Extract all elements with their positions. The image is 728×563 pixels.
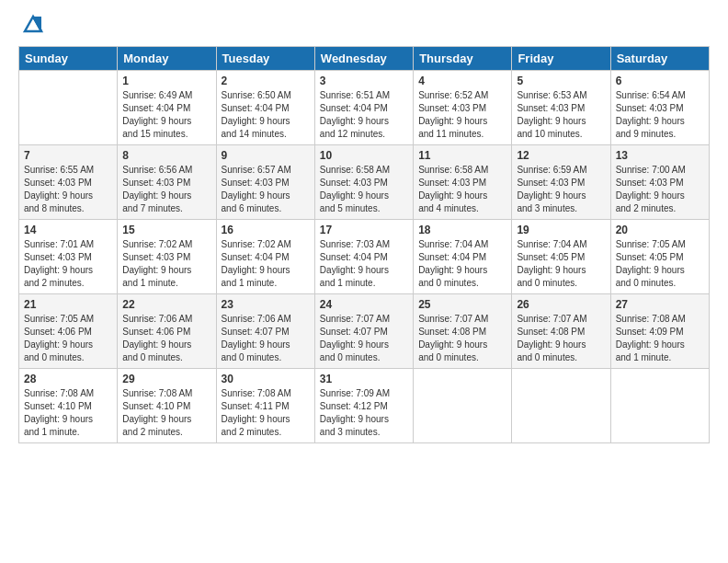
- weekday-header-row: SundayMondayTuesdayWednesdayThursdayFrid…: [19, 47, 710, 71]
- day-number: 12: [517, 149, 605, 162]
- day-cell: [19, 71, 118, 145]
- day-cell: 31Sunrise: 7:09 AM Sunset: 4:12 PM Dayli…: [314, 369, 413, 443]
- day-number: 1: [122, 75, 210, 87]
- day-number: 7: [24, 149, 112, 162]
- day-number: 14: [24, 224, 112, 236]
- day-number: 19: [517, 224, 605, 236]
- day-cell: 30Sunrise: 7:08 AM Sunset: 4:11 PM Dayli…: [216, 369, 314, 443]
- day-cell: 15Sunrise: 7:02 AM Sunset: 4:03 PM Dayli…: [118, 220, 216, 294]
- day-cell: 11Sunrise: 6:58 AM Sunset: 4:03 PM Dayli…: [414, 145, 512, 220]
- day-number: 20: [616, 224, 704, 236]
- day-number: 9: [222, 149, 310, 162]
- weekday-header-friday: Friday: [512, 47, 610, 71]
- day-number: 2: [222, 75, 310, 87]
- day-number: 6: [616, 75, 704, 87]
- day-cell: 27Sunrise: 7:08 AM Sunset: 4:09 PM Dayli…: [610, 294, 709, 369]
- header: [18, 15, 710, 37]
- day-info: Sunrise: 7:03 AM Sunset: 4:04 PM Dayligh…: [320, 238, 408, 290]
- day-info: Sunrise: 7:02 AM Sunset: 4:04 PM Dayligh…: [222, 238, 310, 290]
- day-info: Sunrise: 7:08 AM Sunset: 4:11 PM Dayligh…: [222, 387, 310, 439]
- day-cell: [610, 369, 709, 443]
- day-info: Sunrise: 7:07 AM Sunset: 4:07 PM Dayligh…: [320, 313, 408, 364]
- day-info: Sunrise: 6:52 AM Sunset: 4:03 PM Dayligh…: [418, 89, 506, 141]
- day-cell: 24Sunrise: 7:07 AM Sunset: 4:07 PM Dayli…: [314, 294, 413, 369]
- day-info: Sunrise: 7:08 AM Sunset: 4:09 PM Dayligh…: [616, 313, 704, 364]
- day-info: Sunrise: 7:09 AM Sunset: 4:12 PM Dayligh…: [320, 387, 408, 439]
- day-cell: 29Sunrise: 7:08 AM Sunset: 4:10 PM Dayli…: [118, 369, 216, 443]
- day-number: 3: [320, 75, 408, 87]
- day-number: 8: [122, 149, 210, 162]
- day-info: Sunrise: 6:54 AM Sunset: 4:03 PM Dayligh…: [616, 89, 704, 141]
- week-row-3: 14Sunrise: 7:01 AM Sunset: 4:03 PM Dayli…: [19, 220, 710, 294]
- day-cell: 6Sunrise: 6:54 AM Sunset: 4:03 PM Daylig…: [610, 71, 709, 145]
- day-number: 22: [122, 298, 210, 311]
- day-cell: 12Sunrise: 6:59 AM Sunset: 4:03 PM Dayli…: [512, 145, 610, 220]
- day-info: Sunrise: 6:57 AM Sunset: 4:03 PM Dayligh…: [222, 164, 310, 215]
- week-row-4: 21Sunrise: 7:05 AM Sunset: 4:06 PM Dayli…: [19, 294, 710, 369]
- day-cell: 8Sunrise: 6:56 AM Sunset: 4:03 PM Daylig…: [118, 145, 216, 220]
- day-info: Sunrise: 7:00 AM Sunset: 4:03 PM Dayligh…: [616, 164, 704, 215]
- day-info: Sunrise: 6:55 AM Sunset: 4:03 PM Dayligh…: [24, 164, 112, 215]
- day-number: 16: [222, 224, 310, 236]
- day-number: 30: [222, 373, 310, 385]
- day-info: Sunrise: 6:58 AM Sunset: 4:03 PM Dayligh…: [320, 164, 408, 215]
- day-number: 27: [616, 298, 704, 311]
- day-cell: 13Sunrise: 7:00 AM Sunset: 4:03 PM Dayli…: [610, 145, 709, 220]
- day-info: Sunrise: 6:50 AM Sunset: 4:04 PM Dayligh…: [222, 89, 310, 141]
- day-cell: 4Sunrise: 6:52 AM Sunset: 4:03 PM Daylig…: [414, 71, 512, 145]
- day-cell: 5Sunrise: 6:53 AM Sunset: 4:03 PM Daylig…: [512, 71, 610, 145]
- day-number: 4: [418, 75, 506, 87]
- logo: [18, 15, 45, 37]
- day-number: 31: [320, 373, 408, 385]
- day-info: Sunrise: 7:07 AM Sunset: 4:08 PM Dayligh…: [418, 313, 506, 364]
- weekday-header-monday: Monday: [118, 47, 216, 71]
- day-number: 17: [320, 224, 408, 236]
- week-row-2: 7Sunrise: 6:55 AM Sunset: 4:03 PM Daylig…: [19, 145, 710, 220]
- day-info: Sunrise: 7:04 AM Sunset: 4:04 PM Dayligh…: [418, 238, 506, 290]
- day-cell: 14Sunrise: 7:01 AM Sunset: 4:03 PM Dayli…: [19, 220, 118, 294]
- day-cell: 2Sunrise: 6:50 AM Sunset: 4:04 PM Daylig…: [216, 71, 314, 145]
- day-number: 11: [418, 149, 506, 162]
- week-row-5: 28Sunrise: 7:08 AM Sunset: 4:10 PM Dayli…: [19, 369, 710, 443]
- day-info: Sunrise: 7:08 AM Sunset: 4:10 PM Dayligh…: [24, 387, 112, 439]
- page: SundayMondayTuesdayWednesdayThursdayFrid…: [0, 0, 728, 563]
- day-number: 5: [517, 75, 605, 87]
- day-cell: 19Sunrise: 7:04 AM Sunset: 4:05 PM Dayli…: [512, 220, 610, 294]
- day-number: 25: [418, 298, 506, 311]
- day-number: 15: [122, 224, 210, 236]
- week-row-1: 1Sunrise: 6:49 AM Sunset: 4:04 PM Daylig…: [19, 71, 710, 145]
- day-number: 24: [320, 298, 408, 311]
- day-number: 26: [517, 298, 605, 311]
- day-number: 21: [24, 298, 112, 311]
- day-cell: 22Sunrise: 7:06 AM Sunset: 4:06 PM Dayli…: [118, 294, 216, 369]
- day-number: 28: [24, 373, 112, 385]
- day-cell: 16Sunrise: 7:02 AM Sunset: 4:04 PM Dayli…: [216, 220, 314, 294]
- weekday-header-thursday: Thursday: [414, 47, 512, 71]
- day-number: 18: [418, 224, 506, 236]
- day-info: Sunrise: 7:01 AM Sunset: 4:03 PM Dayligh…: [24, 238, 112, 290]
- day-number: 10: [320, 149, 408, 162]
- day-cell: 18Sunrise: 7:04 AM Sunset: 4:04 PM Dayli…: [414, 220, 512, 294]
- day-cell: 28Sunrise: 7:08 AM Sunset: 4:10 PM Dayli…: [19, 369, 118, 443]
- day-info: Sunrise: 7:06 AM Sunset: 4:06 PM Dayligh…: [122, 313, 210, 364]
- day-number: 13: [616, 149, 704, 162]
- day-info: Sunrise: 6:53 AM Sunset: 4:03 PM Dayligh…: [517, 89, 605, 141]
- day-info: Sunrise: 7:06 AM Sunset: 4:07 PM Dayligh…: [222, 313, 310, 364]
- day-cell: 9Sunrise: 6:57 AM Sunset: 4:03 PM Daylig…: [216, 145, 314, 220]
- day-info: Sunrise: 7:05 AM Sunset: 4:05 PM Dayligh…: [616, 238, 704, 290]
- day-cell: 3Sunrise: 6:51 AM Sunset: 4:04 PM Daylig…: [314, 71, 413, 145]
- weekday-header-sunday: Sunday: [19, 47, 118, 71]
- day-cell: 17Sunrise: 7:03 AM Sunset: 4:04 PM Dayli…: [314, 220, 413, 294]
- day-info: Sunrise: 6:59 AM Sunset: 4:03 PM Dayligh…: [517, 164, 605, 215]
- day-cell: 7Sunrise: 6:55 AM Sunset: 4:03 PM Daylig…: [19, 145, 118, 220]
- weekday-header-saturday: Saturday: [610, 47, 709, 71]
- day-number: 29: [122, 373, 210, 385]
- day-cell: 20Sunrise: 7:05 AM Sunset: 4:05 PM Dayli…: [610, 220, 709, 294]
- day-number: 23: [222, 298, 310, 311]
- day-info: Sunrise: 7:05 AM Sunset: 4:06 PM Dayligh…: [24, 313, 112, 364]
- logo-icon: [21, 13, 45, 37]
- day-cell: 23Sunrise: 7:06 AM Sunset: 4:07 PM Dayli…: [216, 294, 314, 369]
- day-info: Sunrise: 7:02 AM Sunset: 4:03 PM Dayligh…: [122, 238, 210, 290]
- day-cell: 21Sunrise: 7:05 AM Sunset: 4:06 PM Dayli…: [19, 294, 118, 369]
- day-cell: 25Sunrise: 7:07 AM Sunset: 4:08 PM Dayli…: [414, 294, 512, 369]
